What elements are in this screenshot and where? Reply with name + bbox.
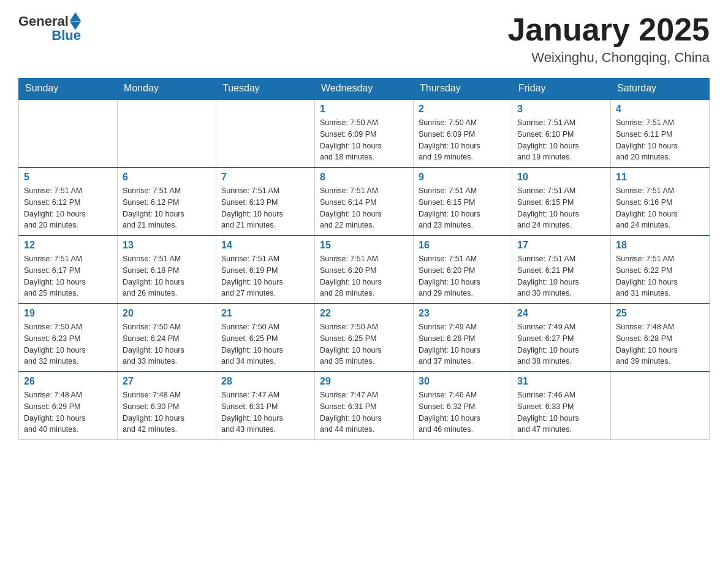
day-info: Sunrise: 7:50 AM Sunset: 6:24 PM Dayligh… [123,321,211,367]
day-number: 26 [24,376,112,387]
title-block: January 2025 Weixinghu, Chongqing, China [507,12,710,66]
day-number: 8 [320,172,408,183]
calendar-cell: 9Sunrise: 7:51 AM Sunset: 6:15 PM Daylig… [414,167,512,236]
calendar-week-5: 26Sunrise: 7:48 AM Sunset: 6:29 PM Dayli… [19,372,710,440]
calendar-table: SundayMondayTuesdayWednesdayThursdayFrid… [18,78,710,440]
day-info: Sunrise: 7:46 AM Sunset: 6:33 PM Dayligh… [517,389,605,435]
day-info: Sunrise: 7:51 AM Sunset: 6:21 PM Dayligh… [517,253,605,299]
calendar-cell: 12Sunrise: 7:51 AM Sunset: 6:17 PM Dayli… [19,236,118,304]
day-info: Sunrise: 7:51 AM Sunset: 6:20 PM Dayligh… [419,253,507,299]
day-info: Sunrise: 7:51 AM Sunset: 6:17 PM Dayligh… [24,253,112,299]
calendar-cell: 30Sunrise: 7:46 AM Sunset: 6:32 PM Dayli… [414,372,512,440]
calendar-cell: 3Sunrise: 7:51 AM Sunset: 6:10 PM Daylig… [512,99,611,167]
day-info: Sunrise: 7:50 AM Sunset: 6:25 PM Dayligh… [320,321,408,367]
day-info: Sunrise: 7:51 AM Sunset: 6:19 PM Dayligh… [221,253,309,299]
calendar-cell: 6Sunrise: 7:51 AM Sunset: 6:12 PM Daylig… [118,167,216,236]
day-number: 23 [419,308,507,319]
day-info: Sunrise: 7:48 AM Sunset: 6:30 PM Dayligh… [123,389,211,435]
calendar-header-tuesday: Tuesday [216,78,315,99]
day-number: 5 [24,172,112,183]
calendar-cell [216,99,315,167]
logo: General Blue [18,12,81,44]
day-number: 14 [221,240,309,251]
calendar-cell: 18Sunrise: 7:51 AM Sunset: 6:22 PM Dayli… [611,236,710,304]
calendar-cell: 31Sunrise: 7:46 AM Sunset: 6:33 PM Dayli… [512,372,611,440]
calendar-cell: 13Sunrise: 7:51 AM Sunset: 6:18 PM Dayli… [118,236,216,304]
calendar-cell: 14Sunrise: 7:51 AM Sunset: 6:19 PM Dayli… [216,236,315,304]
day-info: Sunrise: 7:51 AM Sunset: 6:16 PM Dayligh… [616,185,704,231]
day-number: 18 [616,240,704,251]
logo-blue: Blue [51,28,81,44]
day-info: Sunrise: 7:51 AM Sunset: 6:11 PM Dayligh… [616,117,704,163]
day-number: 21 [221,308,309,319]
month-title: January 2025 [507,12,710,47]
day-info: Sunrise: 7:47 AM Sunset: 6:31 PM Dayligh… [320,389,408,435]
day-info: Sunrise: 7:46 AM Sunset: 6:32 PM Dayligh… [419,389,507,435]
day-number: 11 [616,172,704,183]
day-number: 29 [320,376,408,387]
calendar-cell: 17Sunrise: 7:51 AM Sunset: 6:21 PM Dayli… [512,236,611,304]
calendar-header-friday: Friday [512,78,611,99]
calendar-header-wednesday: Wednesday [315,78,414,99]
day-info: Sunrise: 7:51 AM Sunset: 6:13 PM Dayligh… [221,185,309,231]
calendar-header-row: SundayMondayTuesdayWednesdayThursdayFrid… [19,78,710,99]
calendar-cell: 25Sunrise: 7:48 AM Sunset: 6:28 PM Dayli… [611,304,710,372]
calendar-header-sunday: Sunday [19,78,118,99]
day-info: Sunrise: 7:51 AM Sunset: 6:20 PM Dayligh… [320,253,408,299]
calendar-cell: 10Sunrise: 7:51 AM Sunset: 6:15 PM Dayli… [512,167,611,236]
calendar-cell: 26Sunrise: 7:48 AM Sunset: 6:29 PM Dayli… [19,372,118,440]
day-number: 19 [24,308,112,319]
day-number: 20 [123,308,211,319]
calendar-cell: 19Sunrise: 7:50 AM Sunset: 6:23 PM Dayli… [19,304,118,372]
calendar-cell: 20Sunrise: 7:50 AM Sunset: 6:24 PM Dayli… [118,304,216,372]
day-info: Sunrise: 7:49 AM Sunset: 6:27 PM Dayligh… [517,321,605,367]
calendar-cell: 7Sunrise: 7:51 AM Sunset: 6:13 PM Daylig… [216,167,315,236]
calendar-header-saturday: Saturday [611,78,710,99]
day-info: Sunrise: 7:51 AM Sunset: 6:12 PM Dayligh… [24,185,112,231]
day-info: Sunrise: 7:48 AM Sunset: 6:28 PM Dayligh… [616,321,704,367]
calendar-cell: 21Sunrise: 7:50 AM Sunset: 6:25 PM Dayli… [216,304,315,372]
day-number: 1 [320,104,408,115]
day-info: Sunrise: 7:48 AM Sunset: 6:29 PM Dayligh… [24,389,112,435]
day-info: Sunrise: 7:51 AM Sunset: 6:12 PM Dayligh… [123,185,211,231]
day-number: 22 [320,308,408,319]
day-info: Sunrise: 7:50 AM Sunset: 6:23 PM Dayligh… [24,321,112,367]
calendar-header-thursday: Thursday [414,78,512,99]
day-number: 2 [419,104,507,115]
calendar-cell: 29Sunrise: 7:47 AM Sunset: 6:31 PM Dayli… [315,372,414,440]
day-info: Sunrise: 7:51 AM Sunset: 6:15 PM Dayligh… [419,185,507,231]
day-info: Sunrise: 7:51 AM Sunset: 6:10 PM Dayligh… [517,117,605,163]
calendar-cell: 24Sunrise: 7:49 AM Sunset: 6:27 PM Dayli… [512,304,611,372]
calendar-week-2: 5Sunrise: 7:51 AM Sunset: 6:12 PM Daylig… [19,167,710,236]
calendar-week-4: 19Sunrise: 7:50 AM Sunset: 6:23 PM Dayli… [19,304,710,372]
calendar-cell: 4Sunrise: 7:51 AM Sunset: 6:11 PM Daylig… [611,99,710,167]
logo-general: General [18,13,69,29]
day-number: 13 [123,240,211,251]
day-number: 7 [221,172,309,183]
day-number: 3 [517,104,605,115]
calendar-week-1: 1Sunrise: 7:50 AM Sunset: 6:09 PM Daylig… [19,99,710,167]
calendar-cell [19,99,118,167]
day-number: 4 [616,104,704,115]
calendar-cell [611,372,710,440]
day-info: Sunrise: 7:51 AM Sunset: 6:15 PM Dayligh… [517,185,605,231]
calendar-cell [118,99,216,167]
calendar-cell: 16Sunrise: 7:51 AM Sunset: 6:20 PM Dayli… [414,236,512,304]
day-number: 9 [419,172,507,183]
calendar-header-monday: Monday [118,78,216,99]
day-info: Sunrise: 7:47 AM Sunset: 6:31 PM Dayligh… [221,389,309,435]
day-number: 17 [517,240,605,251]
page-header: General Blue January 2025 Weixinghu, Cho… [18,12,710,66]
day-number: 24 [517,308,605,319]
day-number: 6 [123,172,211,183]
day-info: Sunrise: 7:51 AM Sunset: 6:14 PM Dayligh… [320,185,408,231]
day-info: Sunrise: 7:51 AM Sunset: 6:22 PM Dayligh… [616,253,704,299]
calendar-cell: 15Sunrise: 7:51 AM Sunset: 6:20 PM Dayli… [315,236,414,304]
day-number: 25 [616,308,704,319]
day-number: 10 [517,172,605,183]
calendar-cell: 28Sunrise: 7:47 AM Sunset: 6:31 PM Dayli… [216,372,315,440]
calendar-cell: 8Sunrise: 7:51 AM Sunset: 6:14 PM Daylig… [315,167,414,236]
day-info: Sunrise: 7:50 AM Sunset: 6:09 PM Dayligh… [419,117,507,163]
day-info: Sunrise: 7:50 AM Sunset: 6:09 PM Dayligh… [320,117,408,163]
day-number: 12 [24,240,112,251]
